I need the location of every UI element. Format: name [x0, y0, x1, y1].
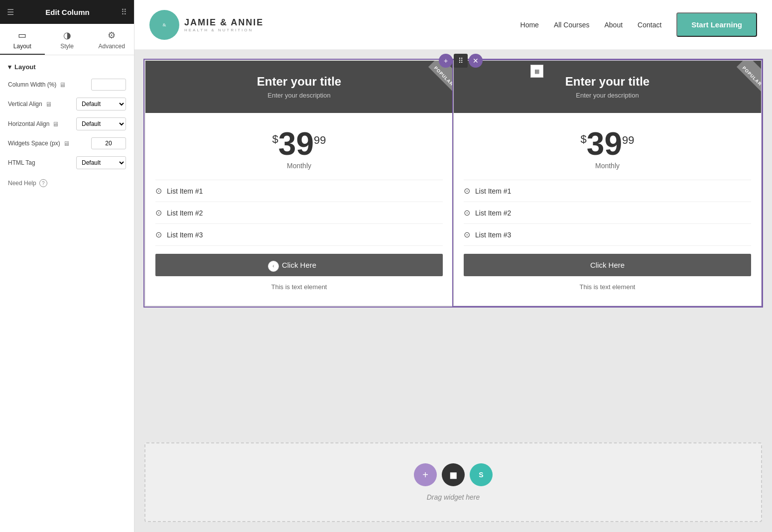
list-item-label-1-1: List Item #1 [167, 187, 203, 195]
section-arrow-icon: ▾ [8, 63, 11, 71]
drag-text: Drag widget here [427, 493, 480, 501]
column-width-input[interactable] [91, 79, 126, 91]
list-items-1: ⊙ List Item #1 ⊙ List Item #2 ⊙ List Ite… [155, 180, 443, 246]
help-icon: ? [39, 179, 47, 187]
html-tag-label: HTML Tag [8, 159, 76, 166]
widgets-space-input[interactable] [91, 137, 126, 149]
logo-area: & JAMIE & ANNIE HEALTH & NUTRITION [149, 10, 263, 40]
tab-advanced[interactable]: ⚙ Advanced [89, 24, 134, 55]
style-tab-icon: ◑ [63, 30, 71, 41]
tab-advanced-label: Advanced [98, 43, 125, 50]
list-item-1-1: ⊙ List Item #1 [155, 180, 443, 202]
menu-icon[interactable]: ☰ [7, 7, 14, 17]
card-header-2: Enter your title Enter your description … [454, 61, 761, 113]
price-period-1: Monthly [155, 162, 443, 170]
price-main-1: 39 [278, 126, 314, 162]
html-tag-row: HTML Tag Default div section article [8, 156, 126, 169]
need-help-link[interactable]: Need Help ? [8, 179, 126, 187]
check-icon-1-3: ⊙ [155, 230, 162, 239]
advanced-tab-icon: ⚙ [108, 30, 116, 41]
price-cents-2: 99 [622, 134, 634, 147]
tab-style-label: Style [60, 43, 74, 50]
widget-icon[interactable]: ◼ [442, 463, 465, 486]
drag-zone[interactable]: + ◼ S Drag widget here [144, 442, 762, 522]
monitor-icon-va: 🖥 [45, 101, 52, 108]
card-body-1: $3999 Monthly ⊙ List Item #1 ⊙ List Item… [145, 113, 453, 306]
close-widget-button[interactable]: ✕ [469, 54, 483, 68]
card-title-1: Enter your title [155, 75, 443, 89]
card-desc-1: Enter your description [155, 92, 443, 99]
section-layout-title: ▾ Layout [8, 63, 126, 71]
column-width-row: Column Width (%) 🖥 [8, 79, 126, 91]
list-item-2-2: ⊙ List Item #2 [464, 202, 751, 224]
add-widget-button[interactable]: + [439, 54, 453, 68]
card-cta-1[interactable]: Click Here [155, 254, 443, 276]
list-item-2-3: ⊙ List Item #3 [464, 224, 751, 246]
price-dollar-1: $ [272, 133, 278, 146]
logo-sub: HEALTH & NUTRITION [184, 28, 263, 32]
nav-links: Home All Courses About Contact Start Lea… [520, 12, 757, 37]
horizontal-align-select[interactable]: Default Left Center Right [76, 117, 126, 130]
check-icon-2-2: ⊙ [464, 208, 470, 217]
pricing-row: Enter your title Enter your description … [144, 60, 762, 307]
price-main-2: 39 [587, 126, 622, 162]
add-icon[interactable]: + [414, 463, 437, 486]
nav-contact[interactable]: Contact [638, 21, 661, 29]
drag-section: + ◼ S Drag widget here [134, 432, 772, 532]
panel-content: ▾ Layout Column Width (%) 🖥 Vertical Ali… [0, 55, 134, 532]
tab-layout-label: Layout [13, 43, 31, 50]
list-items-2: ⊙ List Item #1 ⊙ List Item #2 ⊙ List Ite… [464, 180, 751, 246]
card-cta-2[interactable]: Click Here [464, 254, 751, 276]
list-item-label-1-2: List Item #2 [167, 209, 203, 217]
logo-name: JAMIE & ANNIE [184, 17, 263, 28]
horizontal-align-label: Horizontal Align 🖥 [8, 120, 76, 128]
pricing-section: Enter your title Enter your description … [134, 50, 772, 432]
html-tag-select[interactable]: Default div section article [76, 156, 126, 169]
monitor-icon-ha: 🖥 [52, 120, 59, 128]
card-body-2: $3999 Monthly ⊙ List Item #1 ⊙ List Item… [454, 113, 761, 306]
check-icon-1-1: ⊙ [155, 186, 162, 196]
list-item-1-2: ⊙ List Item #2 [155, 202, 443, 224]
start-learning-button[interactable]: Start Learning [676, 12, 757, 37]
tabs-bar: ▭ Layout ◑ Style ⚙ Advanced [0, 24, 134, 55]
nav-about[interactable]: About [604, 21, 623, 29]
column-indicator: ▦ [530, 65, 543, 78]
check-icon-2-1: ⊙ [464, 186, 470, 196]
list-item-label-2-2: List Item #2 [475, 209, 511, 217]
elementor-icon[interactable]: S [470, 463, 493, 486]
check-icon-2-3: ⊙ [464, 230, 470, 239]
vertical-align-select[interactable]: Default Top Middle Bottom [76, 98, 126, 110]
tab-style[interactable]: ◑ Style [45, 24, 90, 55]
pricing-card-1: Enter your title Enter your description … [145, 60, 453, 306]
widget-toolbar: + ⠿ ✕ [439, 54, 483, 68]
layout-tab-icon: ▭ [18, 30, 26, 41]
horizontal-align-row: Horizontal Align 🖥 Default Left Center R… [8, 117, 126, 130]
move-widget-button[interactable]: ⠿ [454, 54, 468, 68]
nav-bar: & JAMIE & ANNIE HEALTH & NUTRITION Home … [134, 0, 772, 50]
nav-home[interactable]: Home [520, 21, 539, 29]
card-desc-2: Enter your description [464, 92, 751, 99]
price-period-2: Monthly [464, 162, 751, 170]
price-area-1: $3999 Monthly [155, 128, 443, 170]
vertical-align-label: Vertical Align 🖥 [8, 101, 76, 108]
list-item-label-2-1: List Item #1 [475, 187, 511, 195]
list-item-label-1-3: List Item #3 [167, 231, 203, 239]
logo-text-block: JAMIE & ANNIE HEALTH & NUTRITION [184, 17, 263, 32]
logo-svg: & [154, 15, 174, 35]
drag-icons: + ◼ S [414, 463, 493, 486]
tab-layout[interactable]: ▭ Layout [0, 24, 45, 55]
collapse-panel-button[interactable]: ‹ [268, 261, 279, 272]
grid-icon[interactable]: ⠿ [121, 7, 127, 17]
price-area-2: $3999 Monthly [464, 128, 751, 170]
check-icon-1-2: ⊙ [155, 208, 162, 217]
top-bar: ☰ Edit Column ⠿ [0, 0, 134, 24]
logo-circle: & [149, 10, 179, 40]
nav-all-courses[interactable]: All Courses [554, 21, 590, 29]
card-text-elem-1: This is text element [155, 283, 443, 291]
list-item-1-3: ⊙ List Item #3 [155, 224, 443, 246]
left-panel: ☰ Edit Column ⠿ ▭ Layout ◑ Style ⚙ Advan… [0, 0, 134, 532]
pricing-card-2: Enter your title Enter your description … [453, 60, 762, 306]
widgets-space-row: Widgets Space (px) 🖥 [8, 137, 126, 149]
monitor-icon-cw: 🖥 [59, 81, 66, 89]
card-header-1: Enter your title Enter your description … [145, 61, 453, 113]
